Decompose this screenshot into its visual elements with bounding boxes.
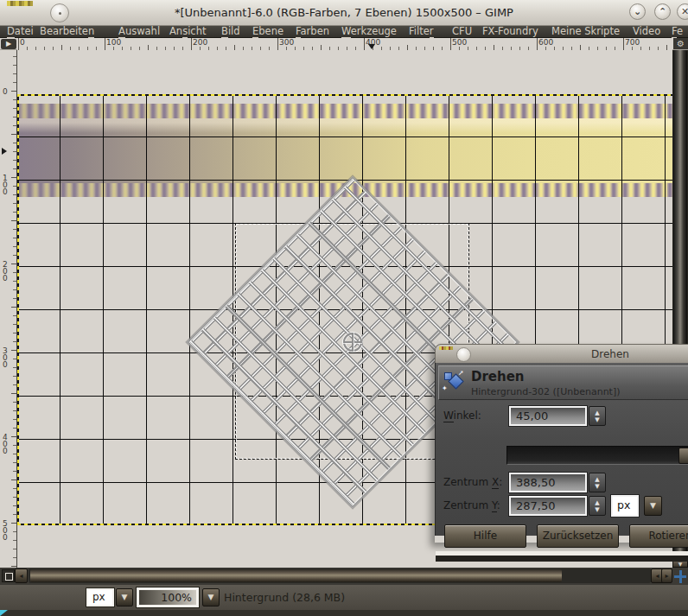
h-ruler-label: 700 [625, 38, 640, 47]
rotate-dialog: Drehen ➚✦ Drehen Hintergrund-302 ([Unben… [435, 344, 688, 543]
reset-button[interactable]: Zurücksetzen [537, 524, 619, 548]
dialog-body: ➚✦ Drehen Hintergrund-302 ([Unbenannt]) … [435, 363, 688, 536]
gimp-window: *[Unbenannt]-6.0 (RGB-Farben, 7 Ebenen) … [0, 0, 688, 616]
h-ruler-label: 500 [452, 38, 467, 47]
zoom-entry[interactable]: 100% [137, 587, 199, 607]
help-button[interactable]: Hilfe [444, 524, 526, 548]
zentrum-x-input[interactable]: 388,50 [509, 473, 587, 492]
h-ruler-label: 0 [20, 38, 25, 47]
zentrum-x-label: Zentrum X: [443, 476, 502, 488]
winkel-slider[interactable] [506, 446, 688, 465]
menu-ansicht[interactable]: Ansicht [169, 26, 206, 38]
zoom-dropdown-icon[interactable]: ▼ [202, 588, 220, 606]
unit-dropdown-dialog-icon[interactable]: ▼ [644, 496, 662, 516]
h-ruler-label: 600 [538, 38, 553, 47]
ruler-corner-arrow-icon[interactable]: ▶ [1, 39, 16, 49]
menu-bearbeiten[interactable]: Bearbeiten [40, 26, 94, 38]
minimize-icon[interactable]: ⌄ [629, 3, 646, 20]
zentrum-y-label: Zentrum Y: [443, 499, 500, 511]
v-ruler-label: 4 0 0 [3, 434, 8, 454]
statusbar: px ▼ 100% ▼ Hintergrund (28,6 MB) [0, 585, 688, 610]
layer-boundary-left [17, 94, 19, 525]
menubar: Datei Bearbeiten Auswahl Ansicht Bild Eb… [0, 26, 688, 38]
menu-werkzeuge[interactable]: Werkzeuge [341, 26, 397, 38]
quickmask-toggle-icon[interactable] [2, 569, 15, 582]
unit-combo-dialog[interactable]: px [611, 495, 639, 517]
status-text: Hintergrund (28,6 MB) [224, 591, 345, 604]
menu-meine-skripte[interactable]: Meine Skripte [551, 26, 620, 38]
vertical-ruler[interactable]: 01 0 02 0 03 0 04 0 05 0 0 [0, 50, 17, 568]
h-ruler-label: 200 [193, 38, 207, 47]
rotate-tool-icon: ➚✦ [443, 371, 468, 395]
winkel-slider-handle[interactable] [678, 448, 688, 464]
menu-video[interactable]: Video [633, 26, 660, 38]
dialog-header-title: Drehen [471, 369, 525, 384]
h-ruler-marker-icon [368, 44, 375, 49]
menu-filter[interactable]: Filter [409, 26, 434, 38]
dialog-header: ➚✦ Drehen Hintergrund-302 ([Unbenannt]) [438, 365, 688, 400]
rotation-center-marker[interactable] [343, 333, 362, 352]
dialog-header-subtitle: Hintergrund-302 ([Unbenannt]) [471, 386, 621, 397]
horizontal-scrollbar[interactable] [29, 568, 651, 583]
zentrum-x-spinner[interactable]: ▲▼ [589, 473, 606, 492]
zentrum-y-input[interactable]: 287,50 [509, 496, 587, 516]
ruler-row: ▶ 0100200300400500600700 ⚙ [0, 38, 688, 50]
navigation-cross-icon[interactable] [673, 568, 687, 584]
horizontal-scrollbar-thumb[interactable] [30, 569, 562, 582]
gear-icon[interactable]: ⚙ [673, 38, 688, 49]
v-ruler-label: 5 0 0 [3, 520, 8, 541]
close-icon[interactable]: ✕ [677, 3, 688, 20]
horizontal-ruler[interactable]: 0100200300400500600700 [17, 38, 672, 50]
menu-cfu[interactable]: CFU [452, 26, 472, 38]
h-ruler-label: 300 [279, 38, 294, 47]
menu-farben[interactable]: Farben [296, 26, 329, 38]
v-ruler-label: 3 0 0 [3, 347, 8, 368]
winkel-input[interactable]: 45,00 [509, 406, 587, 426]
window-bottom-edge [0, 610, 688, 616]
v-ruler-label: 0 [3, 88, 8, 95]
zentrum-y-spinner[interactable]: ▲▼ [589, 496, 606, 516]
winkel-label: Winkel: [443, 410, 481, 422]
unit-combo[interactable]: px [86, 588, 114, 606]
v-ruler-label: 2 0 0 [3, 261, 8, 282]
menu-fx-foundry[interactable]: FX-Foundry [482, 26, 538, 38]
menu-fenster[interactable]: Fe [672, 26, 683, 38]
unit-dropdown-icon[interactable]: ▼ [116, 588, 133, 606]
h-ruler-label: 100 [106, 38, 121, 47]
resize-grip-icon [0, 610, 8, 616]
layer-boundary-top [17, 94, 672, 96]
menu-datei[interactable]: Datei [7, 26, 34, 38]
titlebar[interactable]: *[Unbenannt]-6.0 (RGB-Farben, 7 Ebenen) … [0, 0, 688, 26]
menu-auswahl[interactable]: Auswahl [118, 26, 160, 38]
dialog-window-icon [439, 346, 453, 350]
menu-bild[interactable]: Bild [221, 26, 240, 38]
dialog-menu-button[interactable] [456, 347, 471, 362]
horizontal-scrollbar-row: ◂ ◂ ▸ [0, 568, 688, 585]
rotate-button[interactable]: Rotieren [629, 524, 688, 548]
v-ruler-marker-icon [2, 148, 7, 155]
scroll-left-icon[interactable]: ◂ [15, 568, 28, 583]
window-title: *[Unbenannt]-6.0 (RGB-Farben, 7 Ebenen) … [0, 6, 688, 19]
menu-ebene[interactable]: Ebene [252, 26, 283, 38]
dialog-title: Drehen [591, 348, 629, 360]
maximize-icon[interactable]: ⌃ [654, 3, 671, 20]
dialog-titlebar[interactable]: Drehen [435, 344, 688, 363]
winkel-spinner[interactable]: ▲▼ [589, 406, 606, 426]
scroll-right-icon[interactable]: ▸ [661, 568, 672, 583]
v-ruler-label: 1 0 0 [3, 175, 8, 195]
